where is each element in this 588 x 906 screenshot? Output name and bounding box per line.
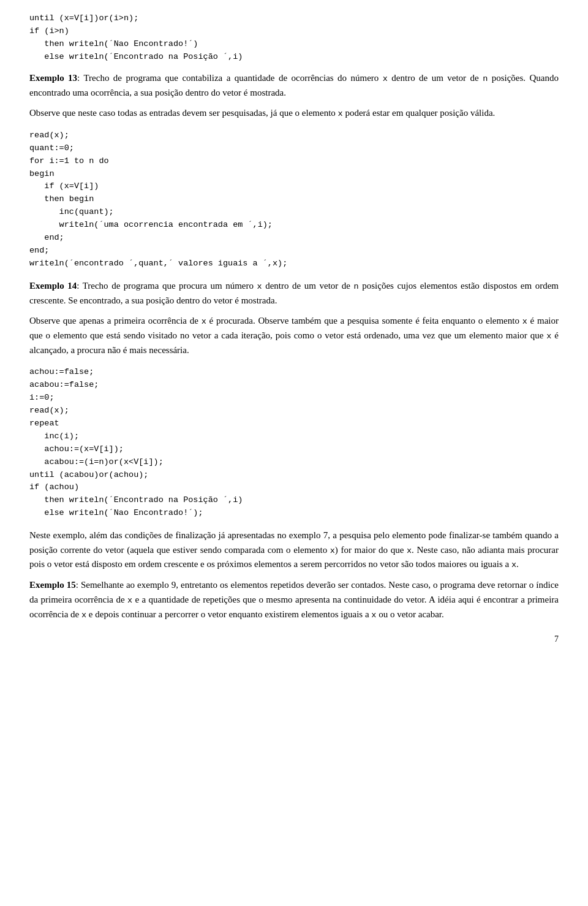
observe1-x: x [338, 109, 343, 118]
example15-desc3: e depois continuar a percorrer o vetor e… [86, 609, 371, 619]
observe2-x2: x [522, 317, 527, 326]
example14-desc: Trecho de programa que procura um número [79, 281, 257, 291]
example14-x: x [257, 282, 262, 291]
code14-block: achou:=false; acabou:=false; i:=0; read(… [29, 366, 559, 520]
observe2-x1: x [202, 317, 206, 326]
neste-x2: x [407, 546, 412, 555]
code13-block: read(x); quant:=0; for i:=1 to n do begi… [29, 129, 559, 270]
example13-title: Exemplo 13 [29, 73, 77, 83]
observe1-text: Observe que neste caso todas as entradas… [29, 108, 338, 118]
example13-desc: Trecho de programa que contabiliza a qua… [80, 73, 383, 83]
example13-desc2: dentro de um vetor de [388, 73, 483, 83]
neste-exemplo-paragraph: Neste exemplo, além das condições de fin… [29, 528, 559, 572]
page-number: 7 [29, 633, 559, 645]
observe2-rest1: é procurada. Observe também que a pesqui… [206, 316, 522, 325]
example13-paragraph: Exemplo 13: Trecho de programa que conta… [29, 71, 559, 100]
example14-paragraph: Exemplo 14: Trecho de programa que procu… [29, 279, 559, 308]
example13-x: x [383, 74, 388, 83]
example15-paragraph: Exemplo 15: Semelhante ao exemplo 9, ent… [29, 578, 559, 622]
observe1-rest: poderá estar em qualquer posição válida. [343, 108, 496, 118]
neste-x1: x [330, 546, 335, 555]
neste-line2: ) for maior do que [335, 545, 407, 555]
top-code-block: until (x=V[i])or(i>n); if (i>n) then wri… [29, 12, 559, 64]
example15-x2: x [81, 611, 86, 620]
observe2-paragraph: Observe que apenas a primeira ocorrência… [29, 314, 559, 357]
example15-desc4: ou o vetor acabar. [376, 609, 443, 619]
example14-title: Exemplo 14 [29, 281, 77, 291]
neste-x3: x [511, 560, 516, 569]
example14-desc2: dentro de um vetor de [262, 281, 354, 291]
observe2-text1: Observe que apenas a primeira ocorrência… [29, 316, 202, 325]
example15-title: Exemplo 15 [29, 580, 76, 590]
example15-x: x [127, 596, 132, 605]
observe1-paragraph: Observe que neste caso todas as entradas… [29, 106, 559, 121]
neste-line4: . [516, 559, 519, 569]
example14-n: n [354, 282, 359, 291]
